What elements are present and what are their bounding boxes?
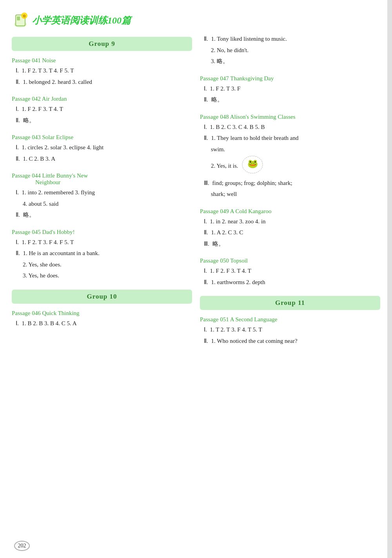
passage-044-title: Passage 044 Little Bunny's New Neighbour (12, 172, 192, 186)
stamp-svg: 🐸 (242, 156, 263, 174)
right-column: Ⅱ. 1. Tony liked listening to music. 2. … (196, 33, 384, 546)
p044-ans-2: 4. about 5. said (23, 199, 192, 209)
passage-047-title: Passage 047 Thanksgiving Day (200, 75, 380, 82)
group9-header: Group 9 (12, 37, 192, 51)
passage-041: Passage 041 Noise Ⅰ. 1. F 2. T 3. T 4. F… (12, 57, 192, 87)
p048-ans-6: shark; well (211, 189, 380, 199)
p047-ans-2: Ⅱ. 略。 (204, 95, 380, 105)
passage-048-title: Passage 048 Alison's Swimming Classes (200, 114, 380, 120)
p050-ans-1: Ⅰ. 1. F 2. F 3. T 4. T (204, 266, 380, 276)
passage-043: Passage 043 Solar Eclipse Ⅰ. 1. circles … (12, 134, 192, 164)
p051-ans-1: Ⅰ. 1. T 2. T 3. F 4. T 5. T (204, 325, 380, 335)
passage-046-title: Passage 046 Quick Thinking (12, 310, 192, 317)
header-title: 小学英语阅读训练100篇 (32, 14, 131, 27)
svg-text:🐸: 🐸 (247, 158, 258, 169)
page: ✿ 小学英语阅读训练100篇 Group 9 Passage 041 Noise… (0, 0, 392, 558)
swimming-stamp: 🐸 (242, 156, 263, 177)
p043-ans-1: Ⅰ. 1. circles 2. solar 3. eclipse 4. lig… (16, 143, 192, 153)
p046r-ans-1: Ⅱ. 1. Tony liked listening to music. (204, 34, 380, 44)
passage-045: Passage 045 Dad's Hobby! Ⅰ. 1. F 2. T 3.… (12, 229, 192, 281)
book-icon: ✿ (12, 12, 29, 29)
passage-050: Passage 050 Topsoil Ⅰ. 1. F 2. F 3. T 4.… (200, 257, 380, 287)
p044-ans-1: Ⅰ. 1. into 2. remembered 3. flying (16, 188, 192, 198)
header: ✿ 小学英语阅读训练100篇 (0, 12, 392, 33)
passage-051-title: Passage 051 A Second Language (200, 316, 380, 323)
p045-ans-3: 2. Yes, she does. (23, 260, 192, 270)
passage-041-title: Passage 041 Noise (12, 57, 192, 64)
passage-044: Passage 044 Little Bunny's New Neighbour… (12, 172, 192, 220)
p041-ans-2: Ⅱ. 1. belonged 2. heard 3. called (16, 77, 192, 87)
passage-045-title: Passage 045 Dad's Hobby! (12, 229, 192, 236)
passage-049-title: Passage 049 A Cold Kangaroo (200, 208, 380, 215)
p041-ans-1: Ⅰ. 1. F 2. T 3. T 4. F 5. T (16, 66, 192, 76)
svg-text:✿: ✿ (23, 14, 26, 18)
p048-ans-1: Ⅰ. 1. B 2. C 3. C 4. B 5. B (204, 122, 380, 132)
passage-046-right: Ⅱ. 1. Tony liked listening to music. 2. … (200, 34, 380, 67)
group11-header: Group 11 (200, 296, 380, 310)
passage-043-title: Passage 043 Solar Eclipse (12, 134, 192, 141)
svg-rect-2 (17, 16, 20, 20)
p043-ans-2: Ⅱ. 1. C 2. B 3. A (16, 154, 192, 164)
passage-047: Passage 047 Thanksgiving Day Ⅰ. 1. F 2. … (200, 75, 380, 105)
main-content: Group 9 Passage 041 Noise Ⅰ. 1. F 2. T 3… (0, 33, 392, 546)
passage-048: Passage 048 Alison's Swimming Classes Ⅰ.… (200, 114, 380, 199)
passage-051: Passage 051 A Second Language Ⅰ. 1. T 2.… (200, 316, 380, 346)
p045-ans-4: 3. Yes, he does. (23, 271, 192, 281)
p046-ans-1: Ⅰ. 1. B 2. B 3. B 4. C 5. A (16, 319, 192, 329)
left-column: Group 9 Passage 041 Noise Ⅰ. 1. F 2. T 3… (8, 33, 196, 546)
passage-046-left: Passage 046 Quick Thinking Ⅰ. 1. B 2. B … (12, 310, 192, 329)
p049-ans-1: Ⅰ. 1. in 2. near 3. zoo 4. in (204, 217, 380, 227)
p051-ans-2: Ⅱ. 1. Who noticed the cat coming near? (204, 336, 380, 346)
p044-ans-3: Ⅱ. 略。 (16, 210, 192, 220)
passage-042: Passage 042 Air Jordan Ⅰ. 1. F 2. F 3. T… (12, 96, 192, 125)
p048-ans-4: 2. Yes, it is. 🐸 (211, 156, 380, 177)
passage-050-title: Passage 050 Topsoil (200, 257, 380, 264)
p050-ans-2: Ⅱ. 1. earthworms 2. depth (204, 277, 380, 288)
p047-ans-1: Ⅰ. 1. F 2. T 3. F (204, 84, 380, 94)
p045-ans-1: Ⅰ. 1. F 2. T 3. F 4. F 5. T (16, 237, 192, 248)
p042-ans-2: Ⅱ. 略。 (16, 116, 192, 126)
p048-ans-3: swim. (211, 145, 380, 155)
passage-042-title: Passage 042 Air Jordan (12, 96, 192, 102)
p042-ans-1: Ⅰ. 1. F 2. F 3. T 4. T (16, 104, 192, 114)
p048-ans-5: Ⅲ. find; groups; frog; dolphin; shark; (204, 178, 380, 188)
p045-ans-2: Ⅱ. 1. He is an accountant in a bank. (16, 248, 192, 259)
p049-ans-3: Ⅲ. 略。 (204, 239, 380, 249)
p046r-ans-3: 3. 略。 (211, 56, 380, 67)
p048-ans-2: Ⅱ. 1. They learn to hold their breath an… (204, 133, 380, 143)
p049-ans-2: Ⅱ. 1. A 2. C 3. C (204, 228, 380, 238)
passage-049: Passage 049 A Cold Kangaroo Ⅰ. 1. in 2. … (200, 208, 380, 249)
page-number: 202 (14, 541, 30, 551)
p046r-ans-2: 2. No, he didn't. (211, 45, 380, 56)
group10-header: Group 10 (12, 290, 192, 304)
scrollbar[interactable] (387, 0, 392, 558)
